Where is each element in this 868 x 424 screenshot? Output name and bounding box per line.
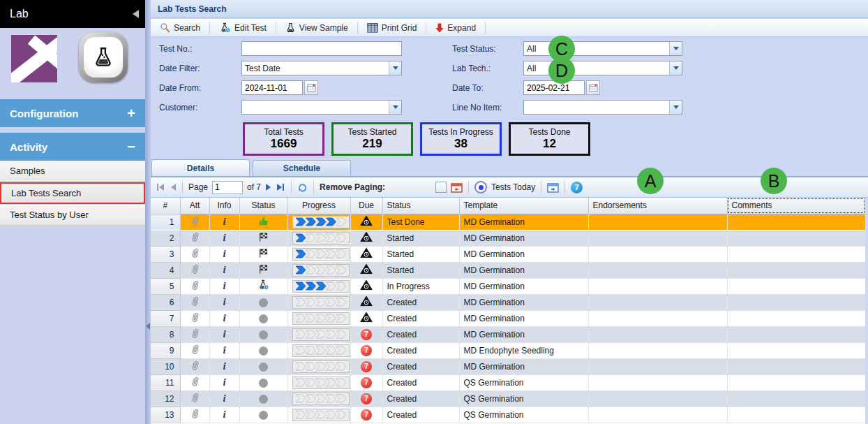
test-no-input[interactable] bbox=[241, 41, 402, 56]
date-filter-select[interactable]: Test Date bbox=[241, 61, 402, 75]
last-page-icon[interactable] bbox=[276, 183, 285, 191]
chevron-down-icon[interactable] bbox=[389, 101, 401, 114]
page-number-input[interactable] bbox=[212, 181, 243, 194]
col-header-att[interactable]: Att bbox=[180, 198, 209, 214]
splitter-collapse-icon[interactable] bbox=[146, 323, 150, 330]
date-from-calendar-icon[interactable] bbox=[304, 80, 318, 95]
view-sample-button[interactable]: View Sample bbox=[280, 21, 353, 35]
col-header-template[interactable]: Template bbox=[459, 198, 588, 214]
col-header-comments[interactable]: Comments bbox=[727, 198, 865, 214]
first-page-icon[interactable] bbox=[156, 183, 165, 191]
table-row[interactable]: 12i7CreatedQS Germination bbox=[151, 390, 865, 407]
table-row[interactable]: 2iStartedMD Germination bbox=[151, 230, 865, 246]
sidebar-section-configuration[interactable]: Configuration + bbox=[0, 99, 145, 127]
calendar-forward-icon[interactable] bbox=[547, 182, 559, 193]
gray-circle-icon bbox=[259, 393, 268, 403]
paperclip-icon[interactable] bbox=[190, 380, 200, 390]
info-icon[interactable]: i bbox=[223, 265, 225, 275]
line-no-item-select[interactable] bbox=[523, 100, 682, 115]
sidebar-splitter[interactable] bbox=[145, 0, 151, 424]
summary-value: 38 bbox=[454, 137, 467, 151]
info-icon[interactable]: i bbox=[223, 249, 225, 259]
tests-today-radio[interactable] bbox=[474, 181, 487, 193]
table-row[interactable]: 3iStartedMD Germination bbox=[151, 246, 865, 262]
prev-page-icon[interactable] bbox=[170, 183, 177, 191]
lab-flask-app-icon[interactable] bbox=[79, 32, 128, 82]
customer-select[interactable] bbox=[241, 100, 402, 115]
paperclip-icon[interactable] bbox=[190, 332, 200, 342]
table-row[interactable]: 11i7CreatedQS Germination bbox=[151, 374, 865, 390]
col-header-progress[interactable]: Progress bbox=[287, 198, 350, 214]
red-7-icon: 7 bbox=[361, 329, 372, 339]
print-grid-button[interactable]: Print Grid bbox=[362, 22, 422, 34]
tab-schedule[interactable]: Schedule bbox=[253, 160, 351, 176]
table-row[interactable]: 9i7CreatedMD Endophyte Seedling bbox=[151, 342, 865, 358]
paperclip-icon[interactable] bbox=[190, 316, 200, 326]
table-row[interactable]: 7iCreatedMD Germination bbox=[151, 310, 865, 326]
info-icon[interactable]: i bbox=[223, 410, 225, 420]
info-icon[interactable]: i bbox=[223, 282, 225, 291]
col-header-status-icon[interactable]: Status bbox=[239, 198, 287, 214]
page-title: Lab Tests Search bbox=[158, 4, 226, 14]
tab-details[interactable]: Details bbox=[151, 159, 250, 176]
test-status-select[interactable]: All bbox=[523, 41, 682, 56]
sidebar-item-samples[interactable]: Samples bbox=[0, 161, 145, 182]
info-icon[interactable]: i bbox=[223, 394, 225, 404]
paperclip-icon[interactable] bbox=[190, 396, 200, 406]
info-icon[interactable]: i bbox=[223, 378, 225, 388]
paperclip-icon[interactable] bbox=[190, 251, 200, 261]
table-row[interactable]: 13i7CreatedQS Germination bbox=[151, 407, 865, 423]
flask-clock-icon bbox=[219, 22, 231, 34]
col-header-info[interactable]: Info bbox=[209, 198, 239, 214]
table-row[interactable]: 5iIn ProgressMD Germination bbox=[151, 278, 865, 294]
info-icon[interactable]: i bbox=[223, 233, 225, 243]
table-row[interactable]: 4iStartedMD Germination bbox=[151, 262, 865, 278]
info-icon[interactable]: i bbox=[223, 298, 225, 307]
paperclip-icon[interactable] bbox=[190, 235, 200, 245]
sidebar-item-label: Samples bbox=[10, 166, 45, 176]
paperclip-icon[interactable] bbox=[190, 348, 200, 358]
paperclip-icon[interactable] bbox=[190, 364, 200, 374]
paperclip-icon[interactable] bbox=[190, 412, 200, 422]
remove-paging-checkbox[interactable] bbox=[435, 182, 447, 193]
info-icon[interactable]: i bbox=[223, 330, 225, 339]
sidebar-item-lab-tests-search[interactable]: Lab Tests Search bbox=[0, 182, 145, 204]
sidebar-section-activity[interactable]: Activity − bbox=[0, 133, 145, 161]
col-header-endorsements[interactable]: Endorsements bbox=[588, 198, 727, 214]
col-header-status[interactable]: Status bbox=[382, 198, 459, 214]
info-icon[interactable]: i bbox=[223, 362, 225, 372]
paperclip-icon[interactable] bbox=[190, 219, 200, 229]
table-row[interactable]: 6iCreatedMD Germination bbox=[151, 294, 865, 310]
table-row[interactable]: 1iTest DoneMD Germination bbox=[151, 214, 865, 230]
collapse-minus-icon[interactable]: − bbox=[127, 139, 135, 155]
clock-triangle-icon bbox=[360, 235, 373, 244]
col-header-due[interactable]: Due bbox=[350, 198, 382, 214]
date-to-input[interactable] bbox=[523, 80, 585, 95]
chevron-down-icon[interactable] bbox=[669, 101, 682, 114]
search-button[interactable]: Search bbox=[155, 21, 205, 34]
next-page-icon[interactable] bbox=[265, 183, 272, 191]
table-row[interactable]: 10i7CreatedMD Germination bbox=[151, 358, 865, 374]
info-icon[interactable]: i bbox=[223, 346, 225, 356]
chevron-down-icon[interactable] bbox=[389, 61, 401, 75]
paperclip-icon[interactable] bbox=[190, 268, 200, 277]
table-row[interactable]: 8i7CreatedMD Germination bbox=[151, 326, 865, 342]
chevron-down-icon[interactable] bbox=[669, 42, 682, 55]
date-to-calendar-icon[interactable] bbox=[586, 80, 600, 95]
refresh-icon[interactable] bbox=[297, 182, 308, 193]
sidebar-collapse-icon[interactable] bbox=[133, 10, 139, 18]
info-icon[interactable]: i bbox=[223, 314, 225, 323]
chevron-down-icon[interactable] bbox=[669, 61, 682, 75]
paperclip-icon[interactable] bbox=[190, 284, 200, 293]
date-from-input[interactable] bbox=[241, 80, 303, 95]
calendar-back-icon[interactable] bbox=[451, 182, 463, 193]
paperclip-icon[interactable] bbox=[190, 300, 200, 309]
info-icon[interactable]: i bbox=[223, 217, 225, 227]
col-header-num[interactable]: # bbox=[151, 198, 180, 214]
comments-cell bbox=[727, 310, 865, 326]
lab-tech-select[interactable]: All bbox=[523, 61, 682, 75]
expand-plus-icon[interactable]: + bbox=[127, 105, 135, 122]
sidebar-item-test-status-by-user[interactable]: Test Status by User bbox=[0, 205, 145, 226]
edit-test-button[interactable]: Edit Test bbox=[214, 21, 271, 35]
expand-button[interactable]: Expand bbox=[431, 22, 481, 34]
